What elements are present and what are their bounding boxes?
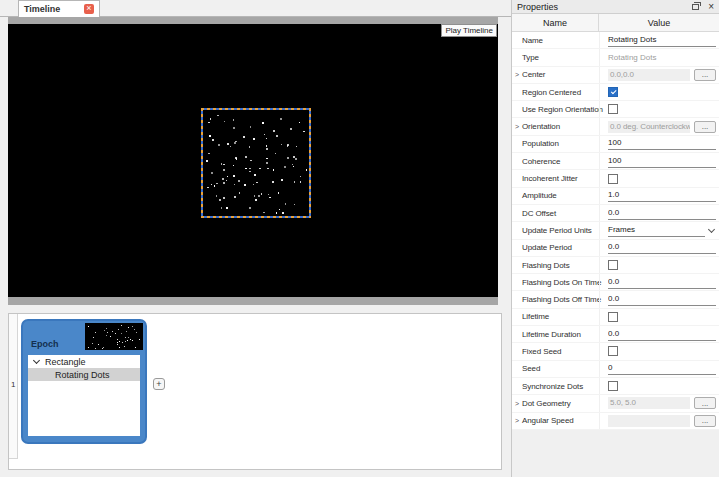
property-value-cell: 0.0 deg. Counterclockwise... bbox=[599, 118, 719, 134]
stimulus-dot bbox=[281, 179, 283, 181]
ellipsis-button[interactable]: ... bbox=[694, 69, 716, 81]
stimulus-dot bbox=[233, 165, 235, 167]
stimulus-dot bbox=[95, 348, 96, 349]
property-value-cell: 100 bbox=[599, 153, 719, 169]
value-checkbox[interactable] bbox=[608, 260, 618, 270]
stimulus-canvas[interactable]: Play Timeline bbox=[8, 24, 498, 297]
property-row-amplitude: Amplitude1.0 bbox=[512, 188, 719, 205]
tab-title: Timeline bbox=[24, 4, 60, 14]
ellipsis-button[interactable]: ... bbox=[694, 397, 716, 409]
stimulus-dot bbox=[282, 212, 284, 214]
float-panel-icon[interactable] bbox=[692, 4, 699, 10]
properties-header-row: Name Value bbox=[512, 14, 719, 32]
value-text-input[interactable]: 0.0 bbox=[608, 207, 716, 220]
value-text-input[interactable]: 1.0 bbox=[608, 189, 716, 202]
property-row-dot-geometry: >Dot Geometry5.0, 5.0... bbox=[512, 395, 719, 412]
stimulus-dot bbox=[253, 184, 255, 186]
chevron-down-icon[interactable] bbox=[708, 226, 715, 233]
stimulus-dot bbox=[245, 168, 247, 170]
property-value-cell bbox=[599, 84, 719, 100]
canvas-bottom-scroll-strip bbox=[8, 297, 498, 305]
stimulus-dot bbox=[233, 127, 235, 129]
stimulus-dot bbox=[107, 332, 108, 333]
expander-icon[interactable]: > bbox=[512, 123, 522, 130]
stimulus-dot bbox=[88, 326, 89, 327]
stimulus-dot bbox=[243, 136, 245, 138]
tab-timeline[interactable]: Timeline × bbox=[18, 0, 100, 17]
stimulus-dot bbox=[124, 346, 125, 347]
stimulus-dot bbox=[266, 138, 268, 140]
tree-item-rectangle[interactable]: Rectangle bbox=[28, 355, 140, 368]
value-checkbox[interactable] bbox=[608, 174, 618, 184]
stimulus-dot bbox=[119, 341, 120, 342]
stimulus-dot bbox=[262, 122, 264, 124]
chevron-down-icon[interactable] bbox=[33, 357, 40, 364]
tree-item-label: Rotating Dots bbox=[55, 370, 110, 380]
stimulus-dot bbox=[294, 181, 296, 183]
ellipsis-button[interactable]: ... bbox=[694, 415, 716, 427]
expander-icon[interactable]: > bbox=[512, 71, 522, 78]
stimulus-dot bbox=[234, 196, 236, 198]
stimulus-dot bbox=[255, 199, 257, 201]
stimulus-dot bbox=[276, 212, 278, 214]
property-name-label: Orientation bbox=[522, 122, 599, 131]
value-checkbox[interactable] bbox=[608, 87, 618, 97]
value-text-input[interactable]: 0 bbox=[608, 362, 716, 375]
selection-marquee-bottom bbox=[201, 216, 311, 218]
property-name-label: Incoherent Jitter bbox=[522, 174, 599, 183]
value-checkbox[interactable] bbox=[608, 381, 618, 391]
stimulus-dot bbox=[254, 195, 256, 197]
value-text-input[interactable]: 100 bbox=[608, 155, 716, 168]
rotating-dots-region[interactable] bbox=[201, 108, 311, 218]
stimulus-dot bbox=[250, 126, 252, 128]
play-timeline-button[interactable]: Play Timeline bbox=[441, 24, 497, 37]
stimulus-dot bbox=[222, 178, 224, 180]
canvas-top-scroll-strip bbox=[8, 17, 498, 24]
property-row-synchronize-dots: Synchronize Dots bbox=[512, 378, 719, 395]
tree-item-label: Rectangle bbox=[45, 357, 86, 367]
property-name-label: Fixed Seed bbox=[522, 347, 599, 356]
stimulus-dot bbox=[115, 333, 116, 334]
expander-icon[interactable]: > bbox=[512, 417, 522, 424]
tab-close-icon[interactable]: × bbox=[84, 4, 94, 14]
epoch-label: Epoch bbox=[31, 339, 59, 349]
stimulus-dot bbox=[208, 153, 210, 155]
value-checkbox[interactable] bbox=[608, 312, 618, 322]
property-name-label: Flashing Dots bbox=[522, 261, 599, 270]
stimulus-dot bbox=[219, 199, 221, 201]
stimulus-dot bbox=[217, 115, 219, 117]
stimulus-dot bbox=[210, 118, 212, 120]
value-text-input[interactable]: 0.0 bbox=[608, 241, 716, 254]
value-text-input[interactable]: Rotating Dots bbox=[608, 34, 716, 47]
stimulus-dot bbox=[112, 331, 113, 332]
stimulus-dot bbox=[211, 172, 213, 174]
stimulus-dot bbox=[132, 340, 133, 341]
value-checkbox[interactable] bbox=[608, 346, 618, 356]
ellipsis-button[interactable]: ... bbox=[694, 121, 716, 133]
stimulus-dot bbox=[132, 326, 133, 327]
value-checkbox[interactable] bbox=[608, 104, 618, 114]
value-text-input[interactable]: 0.0 bbox=[608, 293, 716, 306]
property-name-label: Lifetime bbox=[522, 312, 599, 321]
stimulus-dot bbox=[261, 193, 263, 195]
property-value-cell: 0 bbox=[599, 361, 719, 377]
value-text-input[interactable]: 0.0 bbox=[608, 328, 716, 341]
stimulus-dot bbox=[227, 176, 229, 178]
close-panel-icon[interactable]: × bbox=[708, 2, 714, 12]
property-value-cell: 1.0 bbox=[599, 188, 719, 204]
stimulus-dot bbox=[206, 160, 208, 162]
value-text-input[interactable]: 100 bbox=[608, 137, 716, 150]
epoch-block[interactable]: Epoch Rectangle Rotating Dots bbox=[21, 319, 147, 444]
epoch-thumbnail bbox=[85, 323, 143, 350]
stimulus-dot bbox=[216, 195, 218, 197]
value-text-input[interactable]: 0.0 bbox=[608, 276, 716, 289]
tree-item-rotating-dots[interactable]: Rotating Dots bbox=[28, 368, 140, 381]
value-dropdown[interactable]: Frames bbox=[608, 224, 705, 237]
add-epoch-button[interactable]: + bbox=[153, 378, 165, 390]
stimulus-dot bbox=[126, 331, 127, 332]
property-name-label: Synchronize Dots bbox=[522, 382, 599, 391]
expander-icon[interactable]: > bbox=[512, 400, 522, 407]
stimulus-dot bbox=[296, 146, 298, 148]
application-window: Timeline × Play Timeline 1 Epoch Rectang… bbox=[0, 0, 719, 477]
stimulus-dot bbox=[139, 339, 140, 340]
